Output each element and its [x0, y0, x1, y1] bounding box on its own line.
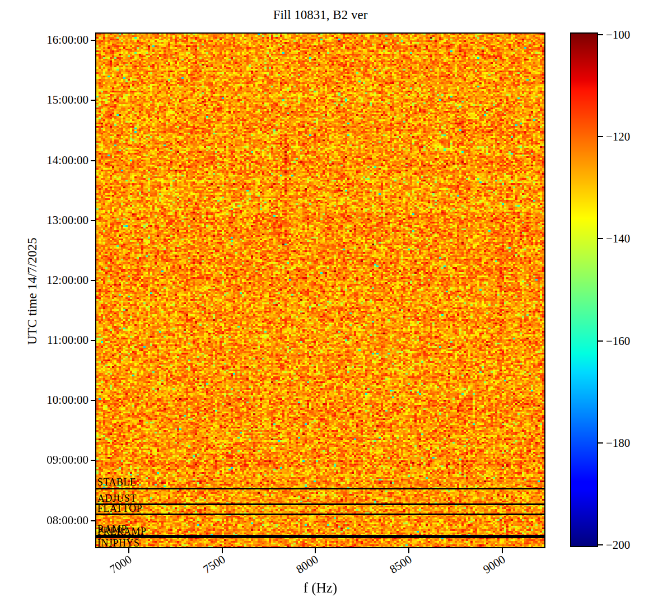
y-tick-label: 09:00:00 [27, 454, 88, 466]
colorbar-tick-mark [598, 442, 603, 444]
y-tick-mark [91, 40, 96, 41]
y-tick-label: 16:00:00 [27, 34, 88, 46]
beam-mode-line-stable [96, 488, 544, 489]
y-tick-mark [91, 520, 96, 521]
colorbar-tick-label: −100 [606, 29, 630, 41]
x-tick-mark [408, 548, 409, 553]
colorbar-tick-label: −140 [606, 233, 630, 245]
beam-mode-label-stable: STABLE [97, 477, 137, 487]
y-tick-mark [91, 160, 96, 161]
y-tick-label: 12:00:00 [27, 274, 88, 286]
colorbar-tick-label: −120 [606, 131, 630, 143]
colorbar-tick-mark [598, 340, 603, 342]
colorbar-tick-mark [598, 238, 603, 239]
x-tick-mark [128, 548, 129, 553]
colorbar [571, 34, 597, 546]
beam-mode-label-flattop: FLATTOP [97, 503, 142, 514]
y-tick-label: 13:00:00 [27, 214, 88, 226]
y-tick-label: 14:00:00 [27, 155, 88, 166]
y-tick-mark [91, 280, 96, 281]
beam-mode-label-injphys: INJPHYS [97, 538, 140, 548]
plot-area: STABLEADJUSTFLATTOPRAMPPRERAMPINJPHYS [96, 34, 544, 547]
colorbar-tick-label: −160 [606, 335, 630, 347]
y-tick-label: 15:00:00 [27, 94, 88, 106]
y-tick-mark [91, 400, 96, 401]
chart-title: Fill 10831, B2 ver [96, 8, 544, 22]
colorbar-tick-mark [598, 136, 603, 137]
y-tick-mark [91, 460, 96, 461]
beam-mode-label-preramp: PRERAMP [97, 526, 147, 536]
y-tick-mark [91, 220, 96, 221]
x-tick-mark [315, 548, 316, 553]
y-tick-label: 11:00:00 [27, 334, 88, 346]
x-axis-label: f (Hz) [96, 580, 544, 596]
beam-mode-line-preramp [96, 536, 544, 538]
beam-mode-label-adjust: ADJUST [97, 493, 137, 503]
beam-mode-line-flattop [96, 514, 544, 515]
colorbar-gradient [571, 34, 597, 546]
spectrogram-heatmap [96, 34, 544, 547]
beam-mode-line-adjust [96, 503, 544, 505]
x-tick-mark [222, 548, 223, 553]
colorbar-tick-mark [598, 34, 603, 35]
beam-mode-line-ramp [96, 535, 544, 536]
colorbar-tick-label: −200 [606, 539, 630, 551]
spectrogram-figure: Fill 10831, B2 ver UTC time 14/7/2025 ST… [0, 0, 672, 616]
colorbar-tick-mark [598, 544, 603, 545]
y-tick-label: 10:00:00 [27, 394, 88, 406]
y-tick-mark [91, 100, 96, 101]
y-tick-label: 08:00:00 [27, 515, 88, 526]
y-tick-mark [91, 340, 96, 341]
colorbar-tick-label: −180 [606, 437, 630, 449]
x-tick-mark [502, 548, 503, 553]
